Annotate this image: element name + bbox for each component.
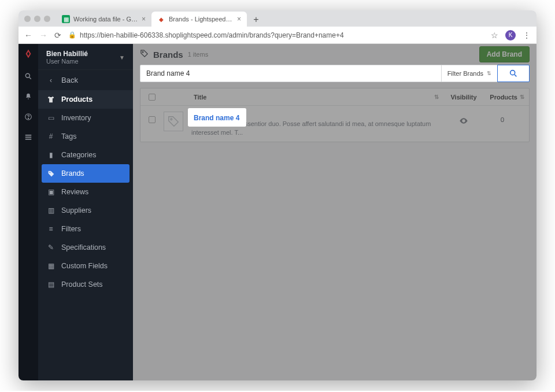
sidebar-item-label: Brands bbox=[61, 169, 84, 177]
sidebar-item-products[interactable]: Products bbox=[38, 90, 133, 109]
item-count: 1 items bbox=[188, 51, 208, 58]
sort-icon[interactable]: ⇅ bbox=[434, 94, 439, 100]
column-visibility[interactable]: Visibility bbox=[450, 94, 476, 101]
sidebar-item-inventory[interactable]: ▭ Inventory bbox=[38, 109, 133, 127]
sidebar-item-brands[interactable]: Brands bbox=[42, 164, 130, 183]
browser-toolbar: ← → ⟳ 🔒 https://bien-habillie-606338.sho… bbox=[18, 27, 536, 44]
search-button[interactable] bbox=[497, 65, 530, 82]
browser-menu-icon[interactable]: ⋮ bbox=[523, 31, 531, 40]
sidebar-item-categories[interactable]: ▮ Categories bbox=[38, 146, 133, 164]
sidebar-item-custom-fields[interactable]: ▦ Custom Fields bbox=[38, 257, 133, 275]
profile-avatar[interactable]: K bbox=[505, 30, 516, 40]
column-products[interactable]: Products bbox=[490, 94, 517, 101]
user-name: User Name bbox=[46, 58, 88, 65]
window-controls bbox=[18, 16, 56, 22]
folder-icon: ▮ bbox=[46, 151, 56, 159]
search-icon[interactable] bbox=[24, 72, 32, 82]
svg-point-7 bbox=[49, 172, 50, 173]
sidebar-item-label: Product Sets bbox=[61, 280, 103, 289]
bookmark-star-icon[interactable]: ☆ bbox=[491, 31, 498, 40]
site-name: Bien Habillié bbox=[46, 50, 88, 58]
table-header: Title ⇅ Visibility Products ⇅ bbox=[140, 88, 529, 106]
url-text: https://bien-habillie-606338.shoplightsp… bbox=[80, 31, 344, 39]
svg-point-0 bbox=[25, 73, 29, 77]
sidebar-back[interactable]: ‹ Back bbox=[38, 69, 133, 90]
new-tab-button[interactable]: + bbox=[249, 13, 263, 27]
sheets-favicon: ▦ bbox=[62, 15, 70, 23]
svg-line-1 bbox=[29, 77, 31, 79]
sidebar-item-product-sets[interactable]: ▤ Product Sets bbox=[38, 275, 133, 294]
sidebar-item-label: Inventory bbox=[61, 114, 91, 122]
hash-icon: # bbox=[46, 132, 56, 140]
filter-brands-select[interactable]: Filter Brands ⇅ bbox=[442, 65, 497, 82]
add-brand-button[interactable]: Add Brand bbox=[479, 46, 530, 62]
sidebar-item-label: Suppliers bbox=[61, 206, 91, 215]
window-close-dot[interactable] bbox=[24, 16, 31, 22]
back-button[interactable]: ← bbox=[24, 31, 32, 40]
brands-table: Title ⇅ Visibility Products ⇅ bbox=[140, 88, 530, 142]
sort-icon[interactable]: ⇅ bbox=[520, 94, 524, 100]
tag-icon bbox=[140, 49, 149, 60]
sliders-icon: ≡ bbox=[46, 225, 56, 233]
sidebar-item-reviews[interactable]: ▣ Reviews bbox=[38, 183, 133, 201]
column-title[interactable]: Title bbox=[194, 94, 206, 101]
svg-rect-6 bbox=[25, 139, 32, 140]
address-bar[interactable]: 🔒 https://bien-habillie-606338.shoplight… bbox=[68, 31, 484, 39]
select-all-checkbox[interactable] bbox=[149, 94, 156, 101]
svg-rect-4 bbox=[25, 135, 32, 136]
sidebar-item-filters[interactable]: ≡ Filters bbox=[38, 220, 133, 238]
lightspeed-logo-icon[interactable] bbox=[23, 49, 34, 62]
svg-point-11 bbox=[171, 119, 172, 120]
sidebar-item-suppliers[interactable]: ▥ Suppliers bbox=[38, 201, 133, 220]
search-bar: Filter Brands ⇅ bbox=[140, 65, 530, 82]
table-row[interactable]: Brand name 4 Ei autem audiam assentior d… bbox=[140, 106, 529, 142]
browser-tab-1[interactable]: ◆ Brands - Lightspeed eCom × bbox=[151, 12, 247, 27]
page-header: Brands 1 items Add Brand bbox=[133, 44, 536, 65]
page-title: Brands bbox=[153, 50, 183, 60]
brand-thumbnail[interactable] bbox=[164, 112, 183, 131]
tab-close-icon[interactable]: × bbox=[237, 15, 241, 23]
back-label: Back bbox=[61, 76, 78, 84]
help-icon[interactable] bbox=[24, 113, 32, 123]
chat-icon: ▣ bbox=[46, 188, 56, 196]
sidebar-item-label: Specifications bbox=[61, 243, 106, 252]
icon-rail bbox=[18, 44, 38, 380]
tag-icon bbox=[46, 170, 56, 177]
svg-line-10 bbox=[515, 75, 516, 76]
window-max-dot[interactable] bbox=[44, 16, 50, 22]
wrench-icon: ✎ bbox=[46, 243, 56, 252]
chart-icon: ▥ bbox=[46, 206, 56, 215]
sidebar-item-label: Filters bbox=[61, 225, 81, 233]
search-icon bbox=[509, 69, 518, 78]
browser-tab-0[interactable]: ▦ Working data file - Google She × bbox=[56, 12, 151, 27]
svg-point-3 bbox=[28, 118, 28, 119]
bell-icon[interactable] bbox=[24, 93, 32, 102]
sidebar-item-specifications[interactable]: ✎ Specifications bbox=[38, 238, 133, 257]
visibility-eye-icon[interactable] bbox=[459, 120, 468, 127]
main-content: Brands 1 items Add Brand Filter Brands ⇅ bbox=[133, 44, 536, 380]
sidebar-item-label: Categories bbox=[61, 151, 96, 159]
brand-name-link[interactable]: Brand name 4 bbox=[191, 110, 438, 119]
chevron-left-icon: ‹ bbox=[46, 76, 56, 84]
row-checkbox[interactable] bbox=[149, 116, 156, 123]
account-switcher[interactable]: Bien Habillié User Name ▼ bbox=[38, 44, 133, 69]
window-min-dot[interactable] bbox=[34, 16, 40, 22]
browser-tab-strip: ▦ Working data file - Google She × ◆ Bra… bbox=[18, 10, 536, 27]
lock-icon: 🔒 bbox=[68, 31, 76, 39]
brand-description: Ei autem audiam assentior duo. Posse aff… bbox=[191, 120, 438, 137]
lightspeed-favicon: ◆ bbox=[157, 15, 165, 23]
svg-rect-5 bbox=[25, 136, 32, 138]
sidebar-item-label: Products bbox=[61, 95, 92, 103]
grid-icon: ▦ bbox=[46, 262, 56, 270]
sidebar-item-label: Tags bbox=[61, 132, 76, 140]
tab-close-icon[interactable]: × bbox=[142, 15, 146, 23]
browser-window: ▦ Working data file - Google She × ◆ Bra… bbox=[18, 10, 536, 380]
apps-icon[interactable] bbox=[24, 133, 32, 143]
filter-label: Filter Brands bbox=[447, 70, 483, 77]
reload-button[interactable]: ⟳ bbox=[54, 31, 61, 40]
forward-button[interactable]: → bbox=[39, 31, 47, 40]
products-count: 0 bbox=[501, 116, 504, 123]
search-input[interactable] bbox=[140, 65, 442, 82]
sidebar-item-tags[interactable]: # Tags bbox=[38, 127, 133, 146]
chevron-down-icon: ▼ bbox=[119, 54, 125, 61]
